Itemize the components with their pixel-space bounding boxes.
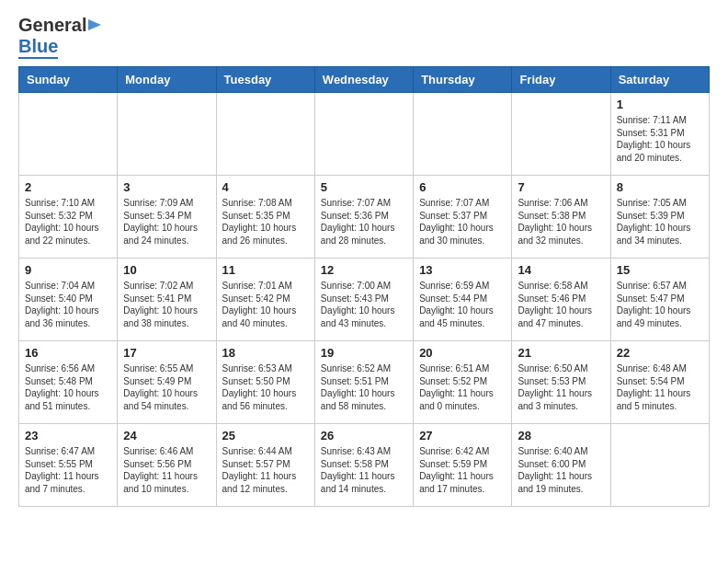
calendar-cell: 17Sunrise: 6:55 AM Sunset: 5:49 PM Dayli…	[118, 341, 216, 424]
calendar-cell: 8Sunrise: 7:05 AM Sunset: 5:39 PM Daylig…	[610, 176, 709, 259]
day-number: 22	[617, 346, 703, 360]
day-info: Sunrise: 7:10 AM Sunset: 5:32 PM Dayligh…	[25, 197, 111, 247]
calendar-cell: 14Sunrise: 6:58 AM Sunset: 5:46 PM Dayli…	[512, 259, 610, 341]
calendar-cell	[216, 93, 314, 176]
day-number: 12	[321, 263, 407, 277]
calendar-cell: 2Sunrise: 7:10 AM Sunset: 5:32 PM Daylig…	[19, 176, 118, 259]
day-number: 24	[123, 429, 210, 442]
day-number: 26	[321, 429, 407, 442]
day-number: 11	[222, 263, 309, 277]
calendar-cell: 19Sunrise: 6:52 AM Sunset: 5:51 PM Dayli…	[314, 341, 413, 424]
day-info: Sunrise: 6:55 AM Sunset: 5:49 PM Dayligh…	[123, 362, 210, 412]
day-info: Sunrise: 6:52 AM Sunset: 5:51 PM Dayligh…	[321, 362, 407, 412]
calendar: SundayMondayTuesdayWednesdayThursdayFrid…	[18, 66, 710, 507]
day-info: Sunrise: 6:57 AM Sunset: 5:47 PM Dayligh…	[617, 280, 703, 329]
day-number: 3	[123, 180, 210, 194]
day-number: 23	[25, 429, 111, 442]
weekday-header-friday: Friday	[512, 67, 610, 93]
page: General Blue SundayMondayTuesdayWednesda…	[0, 0, 728, 525]
day-number: 6	[419, 180, 506, 194]
calendar-cell	[19, 93, 118, 176]
weekday-header-sunday: Sunday	[19, 67, 118, 93]
day-info: Sunrise: 7:02 AM Sunset: 5:41 PM Dayligh…	[123, 280, 210, 329]
day-info: Sunrise: 7:07 AM Sunset: 5:37 PM Dayligh…	[419, 197, 506, 247]
weekday-header-tuesday: Tuesday	[216, 67, 314, 93]
calendar-cell: 1Sunrise: 7:11 AM Sunset: 5:31 PM Daylig…	[610, 93, 709, 176]
day-info: Sunrise: 6:51 AM Sunset: 5:52 PM Dayligh…	[419, 362, 506, 412]
day-number: 13	[419, 263, 506, 277]
day-number: 16	[25, 346, 111, 360]
calendar-cell: 22Sunrise: 6:48 AM Sunset: 5:54 PM Dayli…	[610, 341, 709, 424]
day-number: 2	[25, 180, 111, 194]
day-info: Sunrise: 7:07 AM Sunset: 5:36 PM Dayligh…	[321, 197, 407, 247]
day-info: Sunrise: 7:01 AM Sunset: 5:42 PM Dayligh…	[222, 280, 309, 329]
calendar-cell: 16Sunrise: 6:56 AM Sunset: 5:48 PM Dayli…	[19, 341, 118, 424]
day-number: 25	[222, 429, 309, 442]
logo-arrow-icon	[88, 17, 103, 36]
calendar-cell	[512, 93, 610, 176]
calendar-cell: 13Sunrise: 6:59 AM Sunset: 5:44 PM Dayli…	[414, 259, 512, 341]
day-info: Sunrise: 6:47 AM Sunset: 5:55 PM Dayligh…	[25, 445, 111, 495]
day-number: 20	[419, 346, 506, 360]
day-number: 17	[123, 346, 210, 360]
day-info: Sunrise: 7:05 AM Sunset: 5:39 PM Dayligh…	[617, 197, 703, 247]
calendar-cell: 6Sunrise: 7:07 AM Sunset: 5:37 PM Daylig…	[414, 176, 512, 259]
calendar-cell: 28Sunrise: 6:40 AM Sunset: 6:00 PM Dayli…	[512, 424, 610, 507]
calendar-week-row: 16Sunrise: 6:56 AM Sunset: 5:48 PM Dayli…	[19, 341, 710, 424]
calendar-cell	[610, 424, 709, 507]
day-info: Sunrise: 7:04 AM Sunset: 5:40 PM Dayligh…	[25, 280, 111, 329]
day-info: Sunrise: 6:58 AM Sunset: 5:46 PM Dayligh…	[518, 280, 604, 329]
calendar-cell: 25Sunrise: 6:44 AM Sunset: 5:57 PM Dayli…	[216, 424, 314, 507]
day-info: Sunrise: 6:50 AM Sunset: 5:53 PM Dayligh…	[518, 362, 604, 412]
day-info: Sunrise: 6:48 AM Sunset: 5:54 PM Dayligh…	[617, 362, 703, 412]
calendar-week-row: 9Sunrise: 7:04 AM Sunset: 5:40 PM Daylig…	[19, 259, 710, 341]
calendar-cell: 4Sunrise: 7:08 AM Sunset: 5:35 PM Daylig…	[216, 176, 314, 259]
day-info: Sunrise: 6:42 AM Sunset: 5:59 PM Dayligh…	[419, 445, 506, 495]
calendar-cell: 9Sunrise: 7:04 AM Sunset: 5:40 PM Daylig…	[19, 259, 118, 341]
calendar-cell	[118, 93, 216, 176]
day-info: Sunrise: 6:44 AM Sunset: 5:57 PM Dayligh…	[222, 445, 309, 495]
calendar-cell	[414, 93, 512, 176]
day-number: 28	[518, 429, 604, 442]
day-info: Sunrise: 6:40 AM Sunset: 6:00 PM Dayligh…	[518, 445, 604, 495]
calendar-cell: 20Sunrise: 6:51 AM Sunset: 5:52 PM Dayli…	[414, 341, 512, 424]
weekday-header-wednesday: Wednesday	[314, 67, 413, 93]
day-number: 10	[123, 263, 210, 277]
day-number: 15	[617, 263, 703, 277]
day-number: 5	[321, 180, 407, 194]
day-info: Sunrise: 7:09 AM Sunset: 5:34 PM Dayligh…	[123, 197, 210, 247]
calendar-cell: 11Sunrise: 7:01 AM Sunset: 5:42 PM Dayli…	[216, 259, 314, 341]
calendar-cell: 18Sunrise: 6:53 AM Sunset: 5:50 PM Dayli…	[216, 341, 314, 424]
calendar-cell	[314, 93, 413, 176]
day-number: 18	[222, 346, 309, 360]
logo-general-text: General	[18, 15, 86, 36]
day-info: Sunrise: 6:43 AM Sunset: 5:58 PM Dayligh…	[321, 445, 407, 495]
logo: General Blue	[18, 15, 103, 57]
day-info: Sunrise: 7:11 AM Sunset: 5:31 PM Dayligh…	[617, 114, 703, 164]
logo-blue-text: Blue	[18, 36, 58, 59]
calendar-cell: 7Sunrise: 7:06 AM Sunset: 5:38 PM Daylig…	[512, 176, 610, 259]
calendar-cell: 26Sunrise: 6:43 AM Sunset: 5:58 PM Dayli…	[314, 424, 413, 507]
weekday-header-saturday: Saturday	[610, 67, 709, 93]
day-number: 14	[518, 263, 604, 277]
header: General Blue	[18, 15, 710, 57]
calendar-cell: 10Sunrise: 7:02 AM Sunset: 5:41 PM Dayli…	[118, 259, 216, 341]
weekday-header-monday: Monday	[118, 67, 216, 93]
day-number: 9	[25, 263, 111, 277]
day-info: Sunrise: 6:46 AM Sunset: 5:56 PM Dayligh…	[123, 445, 210, 495]
calendar-cell: 24Sunrise: 6:46 AM Sunset: 5:56 PM Dayli…	[118, 424, 216, 507]
calendar-cell: 21Sunrise: 6:50 AM Sunset: 5:53 PM Dayli…	[512, 341, 610, 424]
calendar-cell: 23Sunrise: 6:47 AM Sunset: 5:55 PM Dayli…	[19, 424, 118, 507]
calendar-cell: 5Sunrise: 7:07 AM Sunset: 5:36 PM Daylig…	[314, 176, 413, 259]
day-info: Sunrise: 6:56 AM Sunset: 5:48 PM Dayligh…	[25, 362, 111, 412]
day-number: 19	[321, 346, 407, 360]
day-info: Sunrise: 7:00 AM Sunset: 5:43 PM Dayligh…	[321, 280, 407, 329]
day-number: 1	[617, 98, 703, 111]
calendar-week-row: 2Sunrise: 7:10 AM Sunset: 5:32 PM Daylig…	[19, 176, 710, 259]
weekday-header-thursday: Thursday	[414, 67, 512, 93]
day-number: 27	[419, 429, 506, 442]
calendar-week-row: 1Sunrise: 7:11 AM Sunset: 5:31 PM Daylig…	[19, 93, 710, 176]
svg-marker-0	[88, 19, 101, 30]
calendar-cell: 3Sunrise: 7:09 AM Sunset: 5:34 PM Daylig…	[118, 176, 216, 259]
calendar-cell: 27Sunrise: 6:42 AM Sunset: 5:59 PM Dayli…	[414, 424, 512, 507]
